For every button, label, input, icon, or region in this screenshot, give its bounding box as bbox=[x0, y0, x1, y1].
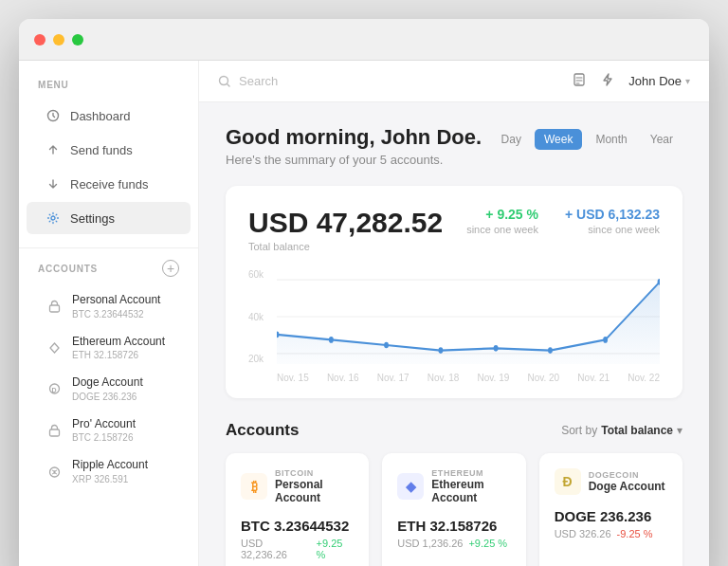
sidebar-account-personal[interactable]: Personal Account BTC 3.23644532 bbox=[27, 286, 191, 327]
balance-amount: USD 47,282.52 bbox=[248, 207, 466, 238]
settings-label: Settings bbox=[70, 211, 115, 226]
sidebar-item-dashboard[interactable]: Dashboard bbox=[27, 100, 191, 132]
arrow-down-icon bbox=[46, 176, 61, 192]
accounts-section-title: Accounts bbox=[226, 421, 299, 440]
greeting-block: Good morning, John Doe. Here's the summa… bbox=[226, 125, 482, 167]
accounts-header: ACCOUNTS + bbox=[19, 260, 198, 286]
x-label-nov15: Nov. 15 bbox=[277, 373, 309, 383]
search-box: Search bbox=[218, 74, 560, 88]
chart-svg bbox=[277, 269, 660, 364]
filter-week[interactable]: Week bbox=[535, 129, 582, 150]
balance-main: USD 47,282.52 Total balance bbox=[248, 207, 466, 252]
y-label-60k: 60k bbox=[248, 269, 264, 280]
user-name: John Doe bbox=[628, 74, 682, 88]
x-label-nov16: Nov. 16 bbox=[327, 373, 359, 383]
coin-type-bitcoin: BITCOIN bbox=[275, 468, 354, 478]
card-usd-doge: USD 326.26 bbox=[555, 528, 611, 539]
svg-rect-2 bbox=[49, 305, 59, 312]
bitcoin-icon: ₿ bbox=[241, 473, 267, 500]
account-card-doge: Ð DOGECOIN Doge Account DOGE 236.236 USD… bbox=[539, 453, 682, 566]
stat-pct: + 9.25 % since one week bbox=[466, 207, 538, 235]
card-usd-ethereum: USD 1,236.26 bbox=[397, 538, 463, 549]
sidebar-item-settings[interactable]: Settings bbox=[27, 202, 191, 234]
x-label-nov17: Nov. 17 bbox=[377, 373, 410, 383]
lock-icon bbox=[46, 298, 63, 315]
accounts-section-header: Accounts Sort by Total balance ▾ bbox=[226, 421, 682, 440]
account-sub-ripple: XRP 326.591 bbox=[72, 473, 172, 485]
filter-month[interactable]: Month bbox=[586, 129, 636, 150]
maximize-button[interactable] bbox=[72, 34, 83, 46]
greeting-row: Good morning, John Doe. Here's the summa… bbox=[226, 125, 682, 167]
greeting-sub: Here's the summary of your 5 accounts. bbox=[226, 153, 482, 167]
account-name-ethereum: Ethereum Account bbox=[72, 335, 172, 350]
minimize-button[interactable] bbox=[53, 34, 64, 46]
x-label-nov21: Nov. 21 bbox=[577, 373, 610, 383]
svg-point-18 bbox=[494, 345, 499, 352]
user-menu[interactable]: John Doe ▾ bbox=[628, 74, 690, 88]
sidebar-account-pro[interactable]: Pro' Account BTC 2.158726 bbox=[27, 411, 191, 451]
account-name-personal: Personal Account bbox=[72, 293, 172, 308]
lightning-icon[interactable] bbox=[600, 72, 615, 90]
sort-chevron-icon: ▾ bbox=[677, 424, 682, 437]
sidebar-account-doge[interactable]: D Doge Account DOGE 236.236 bbox=[27, 369, 191, 410]
card-usd-row-doge: USD 326.26 -9.25 % bbox=[555, 528, 667, 539]
x-label-nov19: Nov. 19 bbox=[478, 373, 510, 383]
send-label: Send funds bbox=[70, 143, 133, 157]
svg-text:D: D bbox=[51, 387, 56, 393]
sidebar: MENU Dashboard Send funds bbox=[19, 61, 199, 566]
svg-point-19 bbox=[548, 348, 553, 355]
greeting-title: Good morning, John Doe. bbox=[226, 125, 482, 150]
search-placeholder: Search bbox=[239, 74, 278, 88]
sort-value: Total balance bbox=[601, 424, 673, 437]
card-usd-bitcoin: USD 32,236.26 bbox=[241, 538, 311, 560]
accounts-label: ACCOUNTS bbox=[38, 264, 98, 274]
chart-x-labels: Nov. 15 Nov. 16 Nov. 17 Nov. 18 Nov. 19 … bbox=[277, 373, 660, 383]
x-label-nov20: Nov. 20 bbox=[527, 373, 559, 383]
svg-point-15 bbox=[329, 338, 334, 344]
sidebar-account-ethereum[interactable]: Ethereum Account ETH 32.158726 bbox=[27, 328, 191, 369]
card-amount-ethereum: ETH 32.158726 bbox=[397, 518, 510, 534]
balance-label: Total balance bbox=[248, 241, 466, 252]
add-account-button[interactable]: + bbox=[162, 260, 179, 277]
filter-year[interactable]: Year bbox=[641, 129, 682, 150]
card-pct-doge: -9.25 % bbox=[617, 528, 653, 539]
x-label-nov18: Nov. 18 bbox=[428, 373, 460, 383]
y-label-20k: 20k bbox=[248, 354, 264, 364]
chart-svg-wrap bbox=[277, 269, 660, 364]
chevron-down-icon: ▾ bbox=[685, 76, 690, 86]
sidebar-item-receive[interactable]: Receive funds bbox=[27, 168, 191, 200]
window-controls bbox=[34, 34, 83, 46]
stat-usd-label: since one week bbox=[565, 224, 660, 235]
card-top-bitcoin: ₿ BITCOIN Personal Account bbox=[241, 468, 354, 504]
account-name-card-bitcoin: Personal Account bbox=[275, 478, 354, 504]
menu-label: MENU bbox=[19, 80, 198, 100]
main-content-area: Search Jo bbox=[199, 61, 709, 566]
account-cards: ₿ BITCOIN Personal Account BTC 3.2364453… bbox=[226, 453, 682, 566]
card-usd-row-bitcoin: USD 32,236.26 +9.25 % bbox=[241, 538, 354, 560]
svg-point-16 bbox=[384, 342, 389, 349]
account-info-personal: Personal Account BTC 3.23644532 bbox=[72, 293, 172, 320]
card-top-doge: Ð DOGECOIN Doge Account bbox=[555, 468, 667, 495]
close-button[interactable] bbox=[34, 34, 46, 46]
titlebar bbox=[19, 19, 709, 61]
time-filters: Day Week Month Year bbox=[492, 129, 682, 150]
balance-top: USD 47,282.52 Total balance + 9.25 % sin… bbox=[248, 207, 660, 252]
svg-point-20 bbox=[603, 338, 608, 344]
stat-pct-label: since one week bbox=[466, 224, 538, 235]
chart-area: 60k 40k 20k bbox=[248, 269, 660, 383]
diamond-icon bbox=[46, 339, 63, 356]
sidebar-account-ripple[interactable]: Ripple Account XRP 326.591 bbox=[27, 451, 191, 492]
balance-card: USD 47,282.52 Total balance + 9.25 % sin… bbox=[226, 186, 682, 398]
account-name-ripple: Ripple Account bbox=[72, 458, 172, 473]
coin-type-ethereum: ETHEREUM bbox=[431, 468, 510, 478]
filter-day[interactable]: Day bbox=[492, 129, 531, 150]
gear-icon bbox=[46, 210, 61, 226]
sidebar-item-send[interactable]: Send funds bbox=[27, 134, 191, 166]
account-card-ethereum: ◆ ETHEREUM Ethereum Account ETH 32.15872… bbox=[382, 453, 525, 566]
account-name-card-ethereum: Ethereum Account bbox=[431, 478, 510, 504]
stat-pct-value: + 9.25 % bbox=[466, 207, 538, 222]
card-top-ethereum: ◆ ETHEREUM Ethereum Account bbox=[397, 468, 510, 504]
document-icon[interactable] bbox=[572, 72, 587, 90]
app-window: MENU Dashboard Send funds bbox=[19, 19, 709, 566]
sort-control[interactable]: Sort by Total balance ▾ bbox=[561, 424, 682, 437]
